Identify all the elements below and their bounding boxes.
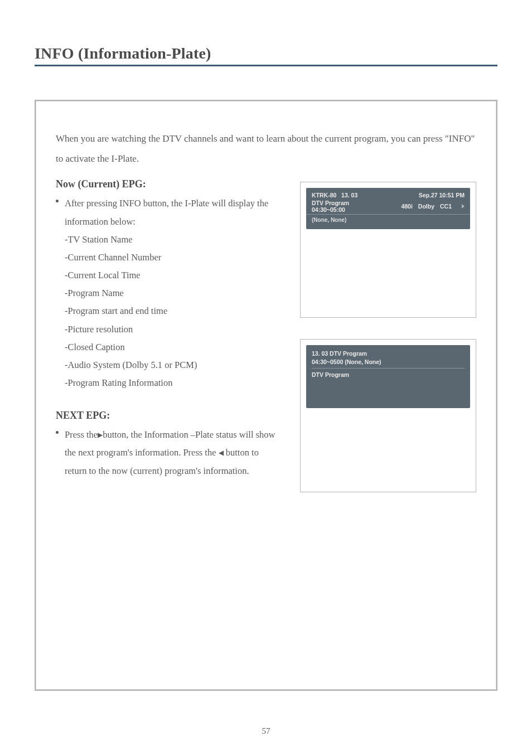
osd-next-screenshot: 13. 03 DTV Program 04:30~0500 (None, Non…	[300, 339, 476, 492]
osd-next-blank	[306, 408, 470, 486]
osd-rating: (None, None)	[306, 215, 470, 226]
osd-now-panel: KTRK-80 13. 03 Sep.27 10:51 PM DTV Progr…	[306, 188, 470, 229]
osd-next-panel: 13. 03 DTV Program 04:30~0500 (None, Non…	[306, 345, 470, 408]
right-column: KTRK-80 13. 03 Sep.27 10:51 PM DTV Progr…	[300, 178, 476, 513]
now-heading: Now (Current) EPG:	[56, 178, 279, 190]
osd-now-blank	[306, 229, 470, 312]
triangle-right-icon: ▶	[98, 432, 103, 438]
bullet-icon	[56, 200, 59, 202]
osd-tech-info: 480i Dolby CC1	[401, 203, 465, 210]
osd-now-screenshot: KTRK-80 13. 03 Sep.27 10:51 PM DTV Progr…	[300, 182, 476, 318]
next-text-1: Press the	[65, 429, 98, 440]
osd-resolution: 480i	[401, 203, 412, 210]
now-item-4: -Program start and end time	[56, 302, 279, 320]
now-item-1: -Current Channel Number	[56, 249, 279, 266]
intro-paragraph: When you are watching the DTV channels a…	[56, 129, 476, 168]
osd-program-time: DTV Program 04:30~05:00	[312, 200, 401, 213]
osd-datetime: Sep.27 10:51 PM	[419, 192, 465, 198]
osd-arrow-right-icon	[462, 204, 465, 209]
osd-cc: CC1	[440, 203, 452, 210]
osd-next-line2: DTV Program	[312, 371, 465, 378]
now-item-2: -Current Local Time	[56, 266, 279, 284]
next-heading: NEXT EPG:	[56, 410, 279, 421]
osd-next-line1b: 04:30~0500 (None, None)	[312, 358, 381, 365]
now-item-0: -TV Station Name	[56, 231, 279, 249]
osd-program-name: DTV Program	[312, 200, 349, 206]
next-bullet-text: Press the▶button, the Information –Plate…	[65, 429, 275, 476]
page-title: INFO (Information-Plate)	[35, 45, 497, 66]
osd-now-header: KTRK-80 13. 03 Sep.27 10:51 PM	[306, 188, 470, 199]
now-item-6: -Closed Caption	[56, 338, 279, 356]
now-item-5: -Picture resolution	[56, 321, 279, 338]
osd-next-line1: 13. 03 DTV Program 04:30~0500 (None, Non…	[312, 350, 465, 365]
osd-now-row2: DTV Program 04:30~05:00 480i Dolby CC1	[306, 199, 470, 214]
osd-separator	[312, 368, 465, 369]
osd-time-range: 04:30~05:00	[312, 206, 345, 213]
osd-audio: Dolby	[418, 203, 434, 210]
osd-station-channel: KTRK-80 13. 03	[312, 192, 357, 198]
next-bullet: Press the▶button, the Information –Plate…	[56, 426, 279, 480]
page-number: 57	[0, 726, 532, 736]
two-column-layout: Now (Current) EPG: After pressing INFO b…	[56, 178, 476, 513]
triangle-left-icon: ◀	[219, 449, 224, 456]
now-bullet-text: After pressing INFO button, the I-Plate …	[65, 198, 268, 226]
left-column: Now (Current) EPG: After pressing INFO b…	[56, 178, 279, 513]
osd-station: KTRK-80	[312, 192, 336, 198]
now-item-3: -Program Name	[56, 284, 279, 302]
bullet-icon	[56, 431, 59, 434]
osd-next-line1a: 13. 03 DTV Program	[312, 350, 367, 357]
now-item-8: -Program Rating Information	[56, 374, 279, 392]
osd-channel: 13. 03	[341, 192, 357, 198]
now-bullet: After pressing INFO button, the I-Plate …	[56, 195, 279, 230]
content-frame: When you are watching the DTV channels a…	[35, 100, 497, 691]
now-item-7: -Audio System (Dolby 5.1 or PCM)	[56, 356, 279, 374]
